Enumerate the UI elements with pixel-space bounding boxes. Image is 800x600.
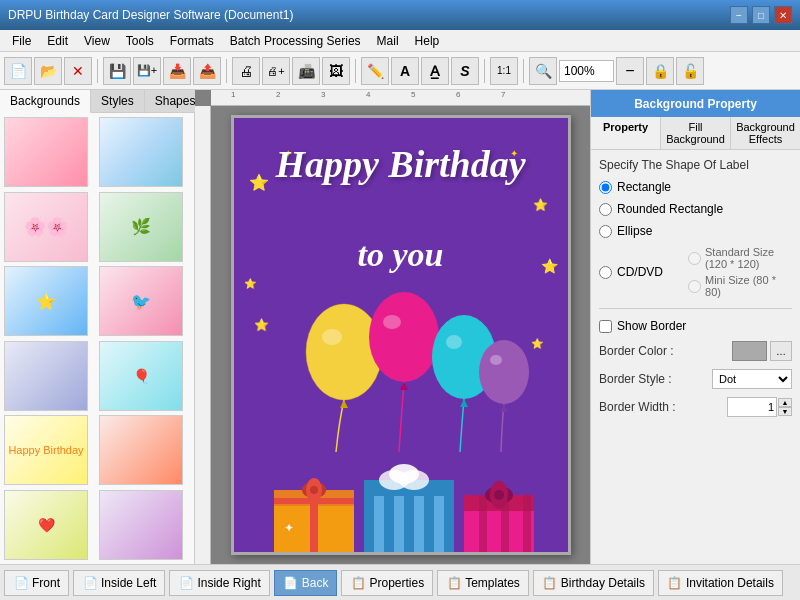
save-as-button[interactable]: 💾+ (133, 57, 161, 85)
radio-mini-size[interactable] (688, 280, 701, 293)
label-rectangle[interactable]: Rectangle (617, 180, 671, 194)
text-button[interactable]: A (391, 57, 419, 85)
show-border-checkbox[interactable] (599, 320, 612, 333)
inside-right-label: Inside Right (197, 576, 260, 590)
scan-button[interactable]: 📠 (292, 57, 320, 85)
menu-tools[interactable]: Tools (118, 32, 162, 50)
thumb-12[interactable] (99, 490, 183, 560)
label-cddvd[interactable]: CD/DVD (617, 265, 663, 279)
menu-edit[interactable]: Edit (39, 32, 76, 50)
new-button[interactable]: 📄 (4, 57, 32, 85)
radio-standard-size[interactable] (688, 252, 701, 265)
cd-radio-row-standard: Standard Size (120 * 120) (688, 246, 792, 270)
text2-button[interactable]: A̲ (421, 57, 449, 85)
radio-rounded-rectangle[interactable] (599, 203, 612, 216)
menu-view[interactable]: View (76, 32, 118, 50)
border-color-browse[interactable]: … (770, 341, 792, 361)
thumb-3[interactable]: 🌸🌸 (4, 192, 88, 262)
save-button[interactable]: 💾 (103, 57, 131, 85)
draw-button[interactable]: ✏️ (361, 57, 389, 85)
border-width-spinner: ▲ ▼ (778, 398, 792, 416)
tab-backgrounds[interactable]: Backgrounds (0, 90, 91, 113)
border-style-select[interactable]: Dot Solid Dash DashDot DashDotDot (712, 369, 792, 389)
menu-mail[interactable]: Mail (369, 32, 407, 50)
border-width-input[interactable] (727, 397, 777, 417)
open-button[interactable]: 📂 (34, 57, 62, 85)
tab-styles[interactable]: Styles (91, 90, 145, 112)
label-rounded-rectangle[interactable]: Rounded Rectangle (617, 202, 723, 216)
thumb-11[interactable]: ❤️ (4, 490, 88, 560)
thumb-9[interactable]: Happy Birthday (4, 415, 88, 485)
menu-file[interactable]: File (4, 32, 39, 50)
radio-ellipse[interactable] (599, 225, 612, 238)
thumb-6[interactable]: 🐦 (99, 266, 183, 336)
main-area: Backgrounds Styles Shapes 🌸🌸 🌿 ⭐ 🐦 🎈 Hap… (0, 90, 800, 564)
design-canvas[interactable]: ⭐ ⭐ ⭐ ⭐ ⭐ ⭐ ✦ ✦ Happy Birthday to you (231, 115, 571, 555)
img-button[interactable]: 🖼 (322, 57, 350, 85)
radio-rectangle[interactable] (599, 181, 612, 194)
radio-row-rounded: Rounded Rectangle (599, 202, 792, 216)
border-color-row: Border Color : … (599, 341, 792, 361)
tab-fill-background[interactable]: Fill Background (661, 117, 731, 149)
back-label: Back (302, 576, 329, 590)
divider-1 (599, 308, 792, 309)
zoom-out-btn[interactable]: 🔍 (529, 57, 557, 85)
border-color-label: Border Color : (599, 344, 674, 358)
tab-properties[interactable]: 📋 Properties (341, 570, 433, 596)
radio-cddvd[interactable] (599, 266, 612, 279)
menu-help[interactable]: Help (407, 32, 448, 50)
minimize-button[interactable]: − (730, 6, 748, 24)
spin-up[interactable]: ▲ (778, 398, 792, 407)
thumb-2[interactable] (99, 117, 183, 187)
tab-inside-left[interactable]: 📄 Inside Left (73, 570, 165, 596)
close-doc-button[interactable]: ✕ (64, 57, 92, 85)
print-button[interactable]: 🖨 (232, 57, 260, 85)
properties-label: Properties (369, 576, 424, 590)
maximize-button[interactable]: □ (752, 6, 770, 24)
thumb-4[interactable]: 🌿 (99, 192, 183, 262)
svg-rect-33 (479, 495, 487, 555)
menu-batch[interactable]: Batch Processing Series (222, 32, 369, 50)
thumb-5[interactable]: ⭐ (4, 266, 88, 336)
lock-button[interactable]: 🔒 (646, 57, 674, 85)
svg-point-6 (446, 335, 462, 349)
spin-down[interactable]: ▼ (778, 407, 792, 416)
print2-button[interactable]: 🖨+ (262, 57, 290, 85)
inside-left-icon: 📄 (82, 575, 98, 591)
svg-text:✦: ✦ (284, 521, 294, 535)
thumb-7[interactable] (4, 341, 88, 411)
label-standard-size[interactable]: Standard Size (120 * 120) (705, 246, 792, 270)
export-button[interactable]: 📤 (193, 57, 221, 85)
svg-point-19 (310, 486, 318, 494)
tab-background-effects[interactable]: Background Effects (731, 117, 800, 149)
ratio-button[interactable]: 1:1 (490, 57, 518, 85)
lock2-button[interactable]: 🔓 (676, 57, 704, 85)
label-ellipse[interactable]: Ellipse (617, 224, 652, 238)
show-border-label[interactable]: Show Border (617, 319, 686, 333)
svg-marker-11 (460, 399, 468, 407)
thumb-8[interactable]: 🎈 (99, 341, 183, 411)
label-mini-size[interactable]: Mini Size (80 * 80) (705, 274, 792, 298)
ruler-horizontal: 1 2 3 4 5 6 7 (211, 90, 590, 106)
wordart-button[interactable]: S (451, 57, 479, 85)
thumb-1[interactable] (4, 117, 88, 187)
border-color-swatch[interactable] (732, 341, 767, 361)
tab-front[interactable]: 📄 Front (4, 570, 69, 596)
tab-back[interactable]: 📄 Back (274, 570, 338, 596)
import-button[interactable]: 📥 (163, 57, 191, 85)
thumb-10[interactable] (99, 415, 183, 485)
birthday-text-line2: to you (234, 233, 568, 275)
svg-point-2 (322, 329, 342, 345)
left-panel: Backgrounds Styles Shapes 🌸🌸 🌿 ⭐ 🐦 🎈 Hap… (0, 90, 195, 564)
tab-property[interactable]: Property (591, 117, 661, 149)
tab-inside-right[interactable]: 📄 Inside Right (169, 570, 269, 596)
back-icon: 📄 (283, 575, 299, 591)
close-button[interactable]: ✕ (774, 6, 792, 24)
tab-birthday-details[interactable]: 📋 Birthday Details (533, 570, 654, 596)
zoom-out-button[interactable]: − (616, 57, 644, 85)
menu-formats[interactable]: Formats (162, 32, 222, 50)
sep2 (226, 59, 227, 83)
tab-invitation-details[interactable]: 📋 Invitation Details (658, 570, 783, 596)
tab-templates[interactable]: 📋 Templates (437, 570, 529, 596)
toolbar: 📄 📂 ✕ 💾 💾+ 📥 📤 🖨 🖨+ 📠 🖼 ✏️ A A̲ S 1:1 🔍 … (0, 52, 800, 90)
